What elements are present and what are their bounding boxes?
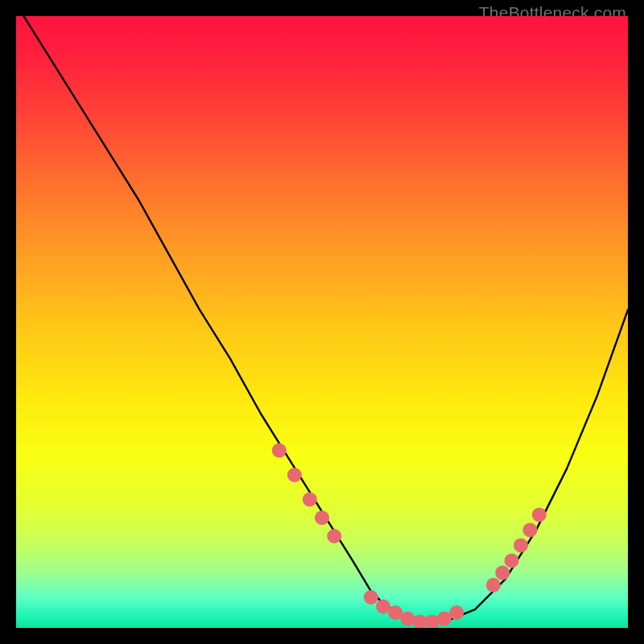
highlight-dot: [400, 612, 415, 626]
highlight-dot: [449, 605, 464, 620]
highlight-dot: [303, 492, 317, 506]
highlight-dot: [272, 444, 287, 458]
highlight-dot: [522, 522, 537, 537]
highlight-dot: [315, 510, 329, 525]
highlight-dot: [495, 566, 510, 580]
highlight-dot: [532, 507, 547, 522]
chart-stage: TheBottleneck.com: [0, 0, 644, 644]
highlight-dots-group: [272, 444, 547, 628]
curve-layer: [16, 16, 628, 628]
plot-area: [16, 16, 628, 628]
highlight-dot: [486, 578, 501, 592]
highlight-dot: [287, 468, 302, 482]
highlight-dot: [364, 590, 378, 605]
highlight-dot: [514, 538, 528, 552]
highlight-dot: [505, 553, 519, 568]
highlight-dot: [327, 529, 341, 543]
highlight-dot: [425, 614, 440, 628]
